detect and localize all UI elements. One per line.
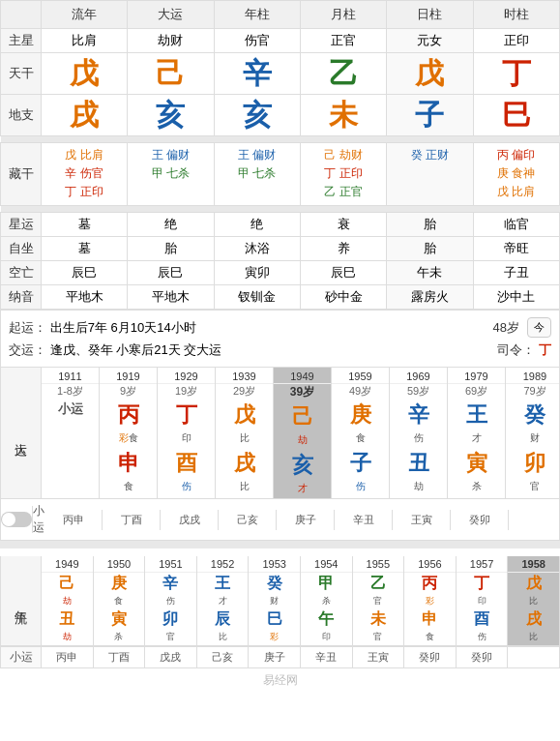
main-table: 流年 大运 年柱 月柱 日柱 时柱 主星 比肩 劫财 伤官 正官 元女 正印 天… bbox=[0, 0, 560, 310]
ln-col-0: 1949 己 劫 丑 劫 bbox=[42, 556, 94, 645]
xingyun-row-0: 星运 墓 绝 绝 衰 胎 临官 bbox=[1, 212, 560, 236]
zhuxing-val-1: 劫财 bbox=[128, 29, 214, 53]
dayun-sub2-7: 杀 bbox=[448, 480, 505, 496]
jiaoyun-text: 逢戊、癸年 小寒后21天 交大运 bbox=[50, 342, 222, 357]
dayun-age-5: 49岁 bbox=[332, 384, 389, 399]
xingyun-val-2-2: 寅卯 bbox=[214, 260, 300, 284]
tiangan-row: 天干 戊 己 辛 乙 戊 丁 bbox=[1, 53, 560, 95]
dayun-sub2-5: 伤 bbox=[332, 480, 389, 496]
ln-sub2-0: 劫 bbox=[42, 631, 93, 645]
dayun-age-4: 39岁 bbox=[274, 384, 331, 400]
xingyun-row-1: 自坐 墓 胎 沐浴 养 胎 帝旺 bbox=[1, 236, 560, 260]
xiaoyun-col-6: 王寅 bbox=[393, 510, 451, 530]
xingyun-val-3-0: 平地木 bbox=[42, 284, 128, 309]
zanggan-col-1: 王 偏财 甲 七杀 bbox=[128, 143, 214, 206]
tiangan-label: 天干 bbox=[1, 53, 42, 95]
ln-stem-4: 癸 bbox=[249, 573, 300, 595]
zanggan-col-0: 戊 比肩 辛 伤官 丁 正印 bbox=[42, 143, 128, 206]
tiangan-char-1: 己 bbox=[128, 53, 214, 95]
dayun-stem-7: 王 bbox=[448, 399, 505, 431]
xingyun-val-2-3: 辰巳 bbox=[300, 260, 386, 284]
dizhi-char-5: 巳 bbox=[473, 95, 559, 136]
xingyun-val-2-5: 子丑 bbox=[473, 260, 559, 284]
dayun-label: 大运 bbox=[1, 368, 42, 498]
xiaoyun-toggle[interactable] bbox=[1, 512, 32, 527]
ln-sub2-4: 彩 bbox=[249, 631, 300, 645]
lxiao-col-0: 丙申 bbox=[42, 647, 94, 667]
xiaoyun-col-2: 戊戌 bbox=[161, 510, 219, 530]
ln-branch-2: 卯 bbox=[145, 608, 196, 631]
ln-sub-8: 印 bbox=[457, 595, 508, 608]
jiaoyun-row: 交运： 逢戊、癸年 小寒后21天 交大运 司令： 丁 bbox=[9, 339, 551, 361]
dayun-col-3: 1939 29岁 戊 比 戌 比 bbox=[216, 368, 274, 498]
dayun-stem-5: 庚 bbox=[332, 399, 389, 431]
dayun-sub2-2: 伤 bbox=[158, 480, 215, 496]
dayun-col-7: 1979 69岁 王 才 寅 杀 bbox=[448, 368, 506, 498]
qiyun-content: 起运： 出生后7年 6月10天14小时 bbox=[9, 316, 196, 339]
lxiao-col-5: 辛丑 bbox=[301, 647, 353, 667]
zhuxing-val-2: 伤官 bbox=[214, 29, 300, 53]
xingyun-val-0-0: 墓 bbox=[42, 212, 128, 236]
zhuxing-row: 主星 比肩 劫财 伤官 正官 元女 正印 bbox=[1, 29, 560, 53]
zg-3-1: 丁 正印 bbox=[303, 164, 384, 183]
xingyun-row-2: 空亡 辰巳 辰巳 寅卯 辰巳 午未 子丑 bbox=[1, 260, 560, 284]
zg-4-0: 癸 正财 bbox=[389, 146, 470, 164]
tiangan-char-5: 丁 bbox=[473, 53, 559, 95]
header-row: 流年 大运 年柱 月柱 日柱 时柱 bbox=[1, 1, 560, 29]
dayun-toggle-area[interactable] bbox=[1, 506, 33, 533]
xingyun-val-1-1: 胎 bbox=[128, 236, 214, 260]
dayun-stem-1: 丙 bbox=[100, 399, 157, 431]
ln-sub-7: 彩 bbox=[404, 595, 456, 608]
col-header-liuyear: 流年 bbox=[42, 1, 128, 29]
lxiao-col-8: 癸卯 bbox=[457, 647, 509, 667]
xingyun-val-2-0: 辰巳 bbox=[42, 260, 128, 284]
xiaoyun-cols: 丙申 丁酉 戊戌 己亥 庚子 辛丑 王寅 癸卯 bbox=[44, 510, 560, 530]
dizhi-char-2: 亥 bbox=[214, 95, 300, 136]
ln-stem-7: 丙 bbox=[404, 573, 456, 595]
xiaoyun-row: 丙申 丁酉 戊戌 己亥 庚子 辛丑 王寅 癸卯 bbox=[44, 510, 560, 530]
dayun-stem-6: 辛 bbox=[390, 399, 447, 431]
watermark: 易经网 bbox=[0, 668, 560, 695]
siling-section: 司令： 丁 bbox=[497, 339, 551, 361]
dayun-year-5: 1959 bbox=[332, 368, 389, 384]
lxiao-col-7: 癸卯 bbox=[404, 647, 457, 667]
ln-col-2: 1951 辛 伤 卯 官 bbox=[145, 556, 197, 645]
dayun-age-2: 19岁 bbox=[158, 384, 215, 399]
dayun-sub-6: 伤 bbox=[390, 431, 447, 447]
ln-sub-2: 伤 bbox=[145, 595, 196, 608]
dayun-branch-5: 子 bbox=[332, 447, 389, 480]
ln-sub-4: 财 bbox=[249, 595, 300, 608]
ln-sub2-6: 官 bbox=[353, 631, 404, 645]
dayun-col-5: 1959 49岁 庚 食 子 伤 bbox=[332, 368, 390, 498]
ln-col-6: 1955 乙 官 未 官 bbox=[353, 556, 405, 645]
dayun-stem-8: 癸 bbox=[506, 399, 559, 431]
qiyun-label: 起运： bbox=[9, 320, 46, 335]
ln-branch-7: 申 bbox=[404, 608, 456, 631]
today-button[interactable]: 今 bbox=[527, 317, 551, 338]
xingyun-val-0-5: 临官 bbox=[473, 212, 559, 236]
dayun-sub-4: 劫 bbox=[274, 433, 331, 449]
zg-1-1: 甲 七杀 bbox=[130, 164, 211, 183]
col-header-rizhu: 日柱 bbox=[387, 1, 473, 29]
dayun-sub2-1: 食 bbox=[100, 480, 157, 496]
ln-branch-0: 丑 bbox=[42, 608, 93, 631]
dayun-year-7: 1979 bbox=[448, 368, 505, 384]
lxiao-label: 小运 bbox=[1, 647, 42, 667]
tiangan-char-4: 戊 bbox=[387, 53, 473, 95]
xingyun-val-2-4: 午未 bbox=[387, 260, 473, 284]
ln-branch-6: 未 bbox=[353, 608, 404, 631]
xingyun-val-1-0: 墓 bbox=[42, 236, 128, 260]
dayun-branch-3: 戌 bbox=[216, 447, 273, 480]
ln-col-8: 1957 丁 印 酉 伤 bbox=[457, 556, 509, 645]
ln-sub-3: 才 bbox=[197, 595, 249, 608]
xiaoyun-col-4: 庚子 bbox=[277, 510, 335, 530]
ln-branch-8: 酉 bbox=[457, 608, 508, 631]
dizhi-char-0: 戌 bbox=[42, 95, 128, 136]
ln-year-8: 1957 bbox=[457, 556, 508, 573]
zanggan-col-4: 癸 正财 bbox=[387, 143, 473, 206]
lxiao-col-4: 庚子 bbox=[249, 647, 301, 667]
ln-sub-9: 比 bbox=[508, 595, 559, 608]
dayun-cols: 1911 1-8岁 小运 1919 9岁 丙 彩食 申 食 1929 19岁 bbox=[42, 368, 559, 498]
liunian-cols: 1949 己 劫 丑 劫 1950 庚 食 寅 杀 1951 辛 伤 卯 官 bbox=[42, 556, 559, 645]
zanggan-col-3: 己 劫财 丁 正印 乙 正官 bbox=[300, 143, 386, 206]
